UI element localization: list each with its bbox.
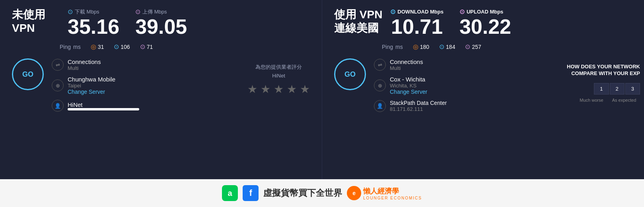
right-panel: 使用 VPN 連線美國 ⊙ DOWNLOAD Mbps 10.71 ⊙ UPLO… xyxy=(322,0,644,179)
star-4[interactable]: ★ xyxy=(287,83,297,96)
isp-item-left: 👤 HiNet xyxy=(52,100,310,112)
upload-icon-left: ⊙ xyxy=(135,8,140,15)
isp-text-left: HiNet xyxy=(68,101,139,110)
connections-icon-left: ⇌ xyxy=(52,59,64,71)
compare-btn-3[interactable]: 3 xyxy=(625,83,640,95)
upload-metric-left: ⊙ 上傳 Mbps 39.05 xyxy=(135,8,187,37)
compare-labels-right: Much worse As expected xyxy=(533,98,644,103)
compare-label-expected: As expected xyxy=(608,98,640,103)
download-label-right: ⊙ DOWNLOAD Mbps xyxy=(390,8,444,15)
compare-title-right: HOW DOES YOUR NETWORK COMPARE WITH YOUR … xyxy=(533,64,644,77)
upload-label-left: ⊙ 上傳 Mbps xyxy=(135,8,187,15)
server-icon-left: ⊕ xyxy=(52,79,64,91)
speed-metrics-right: ⊙ DOWNLOAD Mbps 10.71 ⊙ UPLOAD Mbps 30.2… xyxy=(390,8,511,37)
facebook-logo: f xyxy=(243,185,259,201)
ping-section-right: Ping ms xyxy=(382,44,403,50)
compare-box-right: HOW DOES YOUR NETWORK COMPARE WITH YOUR … xyxy=(533,64,644,103)
jitter-left: ◎ 31 xyxy=(91,43,104,50)
lazy-text-block: 懶人經濟學 LOUNGER ECONOMICS xyxy=(363,186,422,200)
compare-label-worse: Much worse xyxy=(576,98,607,103)
go-button-right[interactable]: GO xyxy=(334,58,366,90)
dl-latency-icon-right: ⊙ xyxy=(439,43,444,50)
star-2[interactable]: ★ xyxy=(261,83,270,96)
download-metric-right: ⊙ DOWNLOAD Mbps 10.71 xyxy=(390,8,444,37)
speed-metrics-left: ⊙ 下載 Mbps 35.16 ⊙ 上傳 Mbps 39.05 xyxy=(68,8,187,37)
ul-latency-icon-right: ⊙ xyxy=(465,43,470,50)
lazy-top-text: 懶人經濟學 xyxy=(363,186,422,196)
algory-logo: a xyxy=(222,185,238,201)
info-row-right: GO ⇌ Connections Multi ⊕ Cox - Wichita W… xyxy=(334,58,632,117)
panel-title-right: 使用 VPN 連線美國 xyxy=(334,8,382,35)
isp-icon-left: 👤 xyxy=(52,100,64,112)
download-value-left: 35.16 xyxy=(68,16,119,37)
dl-latency-icon-left: ⊙ xyxy=(114,43,119,50)
download-icon-right: ⊙ xyxy=(390,8,395,15)
change-server-left[interactable]: Change Server xyxy=(68,89,115,95)
lazy-logo: e 懶人經濟學 LOUNGER ECONOMICS xyxy=(347,186,422,200)
ping-row-left: Ping ms ◎ 31 ⊙ 106 ⊙ 71 xyxy=(12,43,310,50)
isp-bar-left xyxy=(68,108,139,110)
bottom-main-text: 虛擬貨幣買下全世界 xyxy=(263,187,342,199)
connections-icon-right: ⇌ xyxy=(374,59,386,71)
dl-latency-left: ⊙ 106 xyxy=(114,43,130,50)
jitter-icon-left: ◎ xyxy=(91,43,96,50)
upload-label-right: ⊙ UPLOAD Mbps xyxy=(459,8,511,15)
server-icon-right: ⊕ xyxy=(374,79,386,91)
server-text-left: Chunghwa Mobile Taipei Change Server xyxy=(68,76,115,95)
stackpath-text-right: StackPath Data Center 81.171.62.111 xyxy=(390,100,447,112)
bottom-bar: a f 虛擬貨幣買下全世界 e 懶人經濟學 LOUNGER ECONOMICS xyxy=(0,179,644,207)
stackpath-icon-right: 👤 xyxy=(374,100,386,112)
download-value-right: 10.71 xyxy=(390,16,444,37)
lazy-bottom-text: LOUNGER ECONOMICS xyxy=(363,196,422,200)
connections-text-left: Connections Multi xyxy=(68,58,101,71)
dl-latency-right: ⊙ 184 xyxy=(439,43,455,50)
panel-title-left: 未使用 VPN xyxy=(12,8,60,35)
upload-value-right: 30.22 xyxy=(459,16,511,37)
ping-row-right: Ping ms ◎ 180 ⊙ 184 ⊙ 257 xyxy=(334,43,632,50)
change-server-right[interactable]: Change Server xyxy=(390,89,427,95)
rating-section-left: 為您的提供業者評分 HiNet ★ ★ ★ ★ ★ xyxy=(247,64,310,96)
speed-header-right: 使用 VPN 連線美國 ⊙ DOWNLOAD Mbps 10.71 ⊙ UPLO… xyxy=(334,8,632,37)
jitter-icon-right: ◎ xyxy=(413,43,418,50)
star-5[interactable]: ★ xyxy=(300,83,310,96)
server-text-right: Cox - Wichita Wichita, KS Change Server xyxy=(390,76,427,95)
ul-latency-left: ⊙ 71 xyxy=(140,43,153,50)
ul-latency-right: ⊙ 257 xyxy=(465,43,481,50)
jitter-right: ◎ 180 xyxy=(413,43,429,50)
stars-left: ★ ★ ★ ★ ★ xyxy=(247,83,310,96)
upload-value-left: 39.05 xyxy=(135,16,187,37)
lazy-icon-symbol: e xyxy=(347,186,361,200)
compare-btn-1[interactable]: 1 xyxy=(594,83,609,95)
download-label-left: ⊙ 下載 Mbps xyxy=(68,8,119,15)
connections-text-right: Connections Multi xyxy=(390,58,423,71)
download-metric-left: ⊙ 下載 Mbps 35.16 xyxy=(68,8,119,37)
left-panel: 未使用 VPN ⊙ 下載 Mbps 35.16 ⊙ 上傳 Mbps 39.05 xyxy=(0,0,322,179)
upload-icon-right: ⊙ xyxy=(459,8,465,15)
star-1[interactable]: ★ xyxy=(247,83,257,96)
compare-btn-2[interactable]: 2 xyxy=(610,83,625,95)
upload-metric-right: ⊙ UPLOAD Mbps 30.22 xyxy=(459,8,511,37)
ul-latency-icon-left: ⊙ xyxy=(140,43,145,50)
bottom-logo-area: a f 虛擬貨幣買下全世界 e 懶人經濟學 LOUNGER ECONOMICS xyxy=(222,185,422,201)
info-row-left: GO ⇌ Connections Multi ⊕ Chunghwa Mobile… xyxy=(12,58,310,112)
download-icon-left: ⊙ xyxy=(68,8,73,15)
ping-section-left: Ping ms xyxy=(60,44,81,50)
compare-options-right: 1 2 3 xyxy=(533,83,644,95)
star-3[interactable]: ★ xyxy=(274,83,284,96)
speed-header-left: 未使用 VPN ⊙ 下載 Mbps 35.16 ⊙ 上傳 Mbps 39.05 xyxy=(12,8,310,37)
go-button-left[interactable]: GO xyxy=(12,58,44,90)
